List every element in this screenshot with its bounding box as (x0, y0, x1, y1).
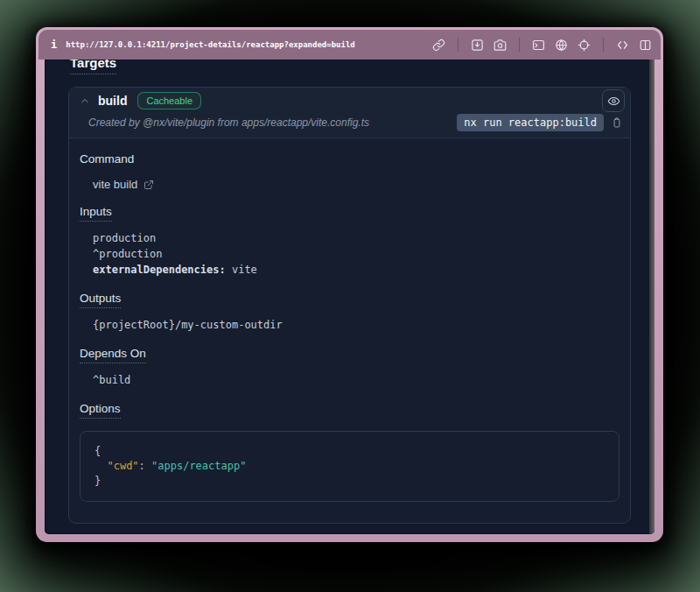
toolbar-actions (432, 38, 652, 52)
view-target-graph-button[interactable] (602, 89, 625, 112)
globe-icon[interactable] (555, 39, 568, 52)
command-heading: Command (80, 152, 620, 166)
copy-command-button[interactable] (611, 116, 623, 129)
camera-icon[interactable] (494, 39, 507, 52)
toolbar-separator (603, 38, 604, 52)
url-text[interactable]: http://127.0.0.1:4211/project-details/re… (66, 40, 355, 49)
project-details-view: Targets build Cacheable Cre (45, 60, 654, 534)
input-item: ^production (93, 246, 620, 262)
command-value-row: vite build (93, 178, 620, 191)
crosshair-icon[interactable] (578, 39, 591, 52)
build-target-title: build (98, 94, 127, 108)
input-item: production (93, 230, 620, 246)
json-line: { (94, 444, 605, 459)
json-line: } (94, 474, 605, 489)
chevron-up-icon[interactable] (80, 95, 90, 106)
build-card-header: build Cacheable Created by @nx/vite/plug… (69, 88, 630, 138)
build-target-card: build Cacheable Created by @nx/vite/plug… (68, 87, 631, 524)
info-icon: i (51, 39, 57, 51)
split-panel-icon[interactable] (639, 39, 652, 52)
terminal-icon[interactable] (532, 39, 545, 52)
options-heading: Options (80, 402, 620, 419)
depends-on-heading: Depends On (80, 347, 620, 363)
depends-on-item: ^build (93, 372, 620, 388)
scrollbar[interactable] (649, 60, 654, 534)
page-content: Targets build Cacheable Cre (45, 60, 654, 534)
command-value: vite build (93, 178, 137, 191)
input-key: externalDependencies: (93, 264, 226, 276)
options-code-block: { "cwd": "apps/reactapp" } (80, 431, 620, 502)
link-icon[interactable] (432, 39, 445, 52)
eye-icon (607, 95, 620, 108)
outputs-heading: Outputs (80, 292, 620, 308)
browser-toolbar: i http://127.0.0.1:4211/project-details/… (38, 30, 661, 60)
run-command-chip: nx run reactapp:build (457, 114, 604, 131)
json-line: "cwd": "apps/reactapp" (94, 459, 605, 474)
json-key: "cwd" (107, 460, 138, 472)
input-item: externalDependencies: vite (93, 262, 620, 278)
inputs-heading: Inputs (80, 205, 620, 222)
toolbar-separator (458, 38, 458, 52)
cacheable-badge: Cacheable (137, 92, 201, 109)
open-config-button[interactable] (144, 180, 154, 190)
browser-window: i http://127.0.0.1:4211/project-details/… (36, 27, 663, 542)
created-by-text: Created by @nx/vite/plugin from apps/rea… (88, 116, 369, 129)
toolbar-separator (519, 38, 520, 52)
input-value: vite (226, 264, 257, 276)
external-link-icon (144, 180, 154, 190)
code-icon[interactable] (616, 39, 629, 52)
json-value: "apps/reactapp" (151, 460, 246, 472)
build-card-body: Command vite build Inputs production ^pr… (69, 138, 630, 523)
copy-icon (611, 116, 623, 129)
download-box-icon[interactable] (471, 39, 484, 52)
targets-heading: Targets (70, 60, 631, 74)
output-item: {projectRoot}/my-custom-outdir (93, 317, 620, 333)
